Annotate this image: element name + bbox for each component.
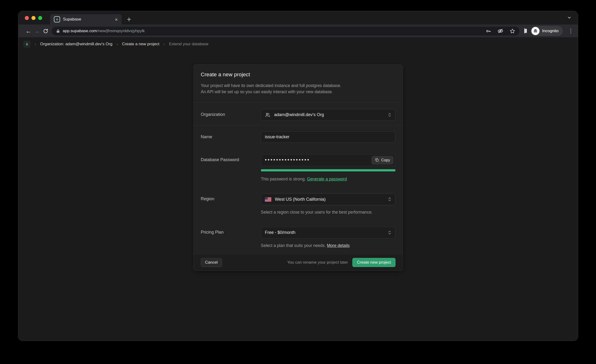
breadcrumb-extend-database: Extend your database	[169, 42, 208, 46]
breadcrumb-organization[interactable]: Organization: adam@windmill.dev's Org	[40, 42, 112, 46]
tab-search-chevron-icon[interactable]	[567, 15, 572, 20]
tab-close-icon[interactable]: ×	[115, 17, 118, 22]
breadcrumb-create-project[interactable]: Create a new project	[122, 42, 159, 46]
pricing-value: Free - $0/month	[265, 230, 295, 235]
forward-button: →	[33, 28, 41, 34]
organization-row: Organization adam@windmill.dev's Org	[194, 103, 403, 125]
us-flag-icon	[265, 197, 271, 202]
password-key-icon[interactable]	[486, 28, 491, 34]
supabase-page: › Organization: adam@windmill.dev's Org …	[18, 37, 578, 341]
pricing-row: Pricing Plan Free - $0/month Select a pl…	[194, 221, 403, 254]
select-chevrons-icon	[388, 112, 391, 118]
cancel-button[interactable]: Cancel	[201, 258, 222, 267]
description-line-1: Your project will have its own dedicated…	[201, 82, 395, 89]
url-domain: app.supabase.com	[63, 29, 97, 33]
url-path: /new/jfnsmqoynldvxjyhpylk	[97, 29, 145, 33]
back-button[interactable]: ←	[24, 28, 33, 34]
password-row: Database Password •••••••••••••••• Copy …	[194, 149, 403, 188]
password-label: Database Password	[201, 154, 261, 182]
card-header: Create a new project Your project will h…	[194, 65, 403, 103]
password-input[interactable]: •••••••••••••••• Copy	[261, 154, 395, 166]
password-strength-text: This password is strong.	[261, 177, 306, 181]
chevron-right-icon: ›	[116, 41, 118, 47]
pricing-helper-text: Select a plan that suits your needs.	[261, 243, 326, 248]
incognito-badge[interactable]: Incognito	[530, 26, 563, 36]
organization-value: adam@windmill.dev's Org	[274, 112, 324, 117]
urlbar-right-icons	[486, 28, 515, 34]
screenshot-stage: Supabase × + ← → app.supabase.com/new/jf…	[0, 0, 596, 364]
supabase-logo-icon[interactable]	[23, 41, 30, 48]
description-line-2: An API will be set up so you can easily …	[201, 89, 395, 95]
rename-hint: You can rename your project later	[287, 260, 348, 265]
name-label: Name	[201, 131, 261, 143]
copy-label: Copy	[381, 158, 390, 162]
incognito-label: Incognito	[542, 29, 559, 33]
name-row: Name issue-tracker	[194, 126, 403, 149]
more-details-link[interactable]: More details	[327, 243, 350, 248]
region-row: Region West US (North California) Select…	[194, 188, 403, 221]
region-select[interactable]: West US (North California)	[261, 193, 395, 205]
chevron-right-icon: ›	[164, 41, 165, 47]
supabase-favicon-icon	[54, 16, 60, 22]
reload-button[interactable]	[41, 28, 50, 34]
tab-supabase[interactable]: Supabase ×	[50, 14, 122, 25]
browser-window: Supabase × + ← → app.supabase.com/new/jf…	[18, 11, 578, 341]
browser-toolbar: ← → app.supabase.com/new/jfnsmqoynldvxjy…	[18, 25, 578, 37]
pricing-label: Pricing Plan	[201, 227, 261, 249]
organization-select[interactable]: adam@windmill.dev's Org	[261, 109, 395, 121]
region-helper: Select a region close to your users for …	[261, 209, 395, 215]
name-value: issue-tracker	[265, 134, 290, 140]
organization-label: Organization	[201, 109, 261, 121]
card-footer: Cancel You can rename your project later…	[194, 254, 403, 271]
tab-title: Supabase	[63, 17, 115, 22]
incognito-icon	[531, 27, 539, 35]
pricing-helper: Select a plan that suits your needs. Mor…	[261, 243, 395, 249]
copy-icon	[375, 158, 379, 162]
toolbar-right: Incognito ⋮	[520, 26, 574, 36]
traffic-lights	[25, 16, 42, 20]
eye-off-icon[interactable]	[498, 28, 503, 34]
generate-password-link[interactable]: Generate a password	[307, 177, 347, 181]
chevron-right-icon: ›	[35, 41, 36, 47]
password-masked-value: ••••••••••••••••	[265, 157, 310, 162]
name-input[interactable]: issue-tracker	[261, 131, 395, 143]
bookmark-star-icon[interactable]	[510, 28, 515, 34]
url-text: app.supabase.com/new/jfnsmqoynldvxjyhpyl…	[63, 29, 145, 33]
side-panel-button[interactable]	[524, 29, 525, 33]
page-title: Create a new project	[201, 72, 395, 78]
select-chevrons-icon	[388, 230, 391, 235]
password-helper: This password is strong. Generate a pass…	[261, 176, 395, 182]
create-new-project-button[interactable]: Create new project	[352, 258, 395, 267]
card-description: Your project will have its own dedicated…	[201, 82, 395, 95]
copy-password-button[interactable]: Copy	[372, 156, 393, 164]
url-bar[interactable]: app.supabase.com/new/jfnsmqoynldvxjyhpyl…	[52, 27, 520, 36]
lock-icon	[56, 29, 60, 33]
zoom-window-button[interactable]	[38, 16, 42, 20]
new-tab-button[interactable]: +	[127, 16, 131, 23]
breadcrumb: › Organization: adam@windmill.dev's Org …	[18, 37, 578, 51]
side-panel-icon	[524, 28, 525, 33]
tab-strip: Supabase × +	[18, 11, 578, 25]
close-window-button[interactable]	[25, 16, 29, 20]
region-value: West US (North California)	[275, 197, 326, 202]
users-icon	[265, 112, 271, 118]
browser-menu-icon[interactable]: ⋮	[568, 28, 574, 34]
password-strength-bar	[261, 169, 395, 171]
pricing-select[interactable]: Free - $0/month	[261, 227, 395, 239]
minimize-window-button[interactable]	[31, 16, 36, 20]
select-chevrons-icon	[388, 197, 391, 202]
region-label: Region	[201, 193, 261, 215]
create-project-card: Create a new project Your project will h…	[193, 64, 403, 271]
